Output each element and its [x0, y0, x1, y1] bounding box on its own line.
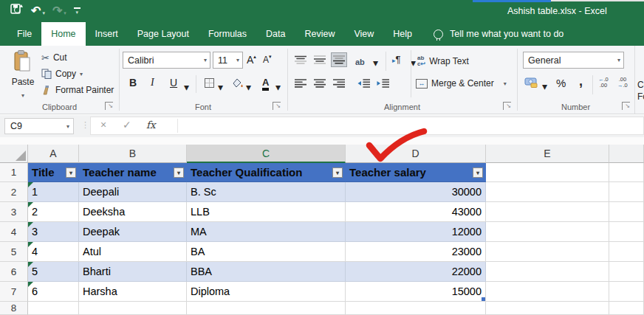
cell-A6[interactable]: 5: [28, 262, 79, 282]
copy-button[interactable]: Copy ▾: [41, 69, 83, 79]
row-header-3[interactable]: 3: [0, 202, 28, 222]
cell-A8[interactable]: [28, 302, 79, 315]
align-bottom-icon[interactable]: [331, 52, 347, 67]
cell-A1[interactable]: Title▾: [28, 163, 79, 182]
align-middle-icon[interactable]: [312, 52, 328, 67]
tab-file[interactable]: File: [7, 22, 41, 46]
cell-B4[interactable]: Deepak: [79, 222, 187, 242]
row-header-1[interactable]: 1: [0, 163, 28, 182]
format-as-table-button[interactable]: Format as Table: [637, 91, 644, 102]
cell-A5[interactable]: 4: [28, 242, 79, 262]
percent-style-button[interactable]: %: [556, 77, 566, 89]
redo-button[interactable]: ↷▾: [52, 4, 66, 18]
select-all-button[interactable]: [0, 145, 28, 163]
column-header-C[interactable]: C: [187, 145, 346, 163]
align-top-icon[interactable]: [292, 52, 309, 67]
cell-B1[interactable]: Teacher name▾: [79, 163, 187, 182]
merge-center-button[interactable]: ↔ Merge & Center ▾: [416, 78, 507, 89]
bold-button[interactable]: B: [129, 77, 137, 89]
cell-E4[interactable]: [486, 222, 609, 242]
cell-D7[interactable]: 15000: [346, 282, 486, 302]
cell-D2[interactable]: 30000: [346, 182, 486, 202]
name-box[interactable]: C9 ▾: [4, 118, 74, 134]
cell-E1[interactable]: [486, 163, 609, 182]
cell-D4[interactable]: 12000: [346, 222, 486, 242]
text-direction-icon[interactable]: ▸¶: [392, 54, 401, 65]
row-header-6[interactable]: 6: [0, 262, 28, 282]
accounting-format-icon[interactable]: [524, 77, 539, 91]
paste-button[interactable]: Paste ▾: [6, 50, 40, 105]
underline-caret-icon[interactable]: ▾: [184, 81, 189, 93]
align-right-icon[interactable]: [331, 76, 347, 91]
column-header-D[interactable]: D: [346, 145, 486, 163]
increase-indent-icon[interactable]: [374, 76, 391, 91]
tab-insert[interactable]: Insert: [86, 22, 128, 46]
borders-icon[interactable]: [205, 78, 214, 88]
filter-button-C1[interactable]: ▾: [332, 167, 343, 178]
cell-C5[interactable]: BA: [187, 242, 346, 262]
decrease-decimal-button[interactable]: .00→.0: [617, 77, 628, 88]
cell-C1[interactable]: Teacher Qualification▾: [187, 163, 346, 182]
format-painter-button[interactable]: Format Painter: [41, 85, 114, 95]
cell-C7[interactable]: Diploma: [187, 282, 346, 302]
fill-color-icon[interactable]: [232, 77, 244, 91]
cell-B2[interactable]: Deepali: [79, 182, 187, 202]
cell-C4[interactable]: MA: [187, 222, 346, 242]
cell-B3[interactable]: Deeksha: [79, 202, 187, 222]
cell-F3[interactable]: [609, 202, 644, 222]
clipboard-dialog-launcher-icon[interactable]: ↘: [105, 102, 113, 110]
tab-view[interactable]: View: [344, 22, 383, 46]
cell-A2[interactable]: 1: [28, 182, 79, 202]
tab-home[interactable]: Home: [41, 22, 85, 46]
decrease-indent-icon[interactable]: [355, 76, 371, 91]
save-icon[interactable]: [10, 4, 24, 19]
underline-button[interactable]: U: [170, 77, 177, 89]
formula-bar-grip[interactable]: ⋮: [81, 120, 89, 130]
column-header-E[interactable]: E: [486, 145, 609, 163]
table-resize-handle[interactable]: [482, 297, 485, 301]
tab-page-layout[interactable]: Page Layout: [128, 22, 199, 46]
cell-A4[interactable]: 3: [28, 222, 79, 242]
cell-A3[interactable]: 2: [28, 202, 79, 222]
accounting-caret-icon[interactable]: ▾: [542, 80, 547, 92]
cell-D8[interactable]: [346, 302, 486, 315]
tab-help[interactable]: Help: [383, 22, 422, 46]
cell-F1[interactable]: [609, 163, 644, 182]
tab-formulas[interactable]: Formulas: [199, 22, 256, 46]
alignment-dialog-launcher-icon[interactable]: ↘: [503, 102, 511, 110]
column-header-A[interactable]: A: [28, 145, 79, 163]
row-header-2[interactable]: 2: [0, 182, 28, 202]
cell-F5[interactable]: [609, 242, 644, 262]
cell-E3[interactable]: [486, 202, 609, 222]
italic-button[interactable]: I: [151, 77, 154, 89]
cancel-icon[interactable]: ×: [100, 119, 106, 131]
customize-qat-button[interactable]: ▾: [74, 7, 80, 15]
conditional-formatting-button[interactable]: Conditional Formatting: [637, 80, 644, 90]
comma-style-button[interactable]: ,: [579, 74, 583, 89]
cell-B7[interactable]: Harsha: [79, 282, 187, 302]
orientation-caret-icon[interactable]: ▾: [373, 57, 378, 69]
increase-font-size-icon[interactable]: A▴: [247, 54, 256, 66]
filter-button-D1[interactable]: ▾: [473, 167, 483, 178]
fill-color-caret-icon[interactable]: ▾: [246, 81, 251, 93]
row-header-4[interactable]: 4: [0, 222, 28, 242]
align-left-icon[interactable]: [292, 76, 309, 91]
tab-review[interactable]: Review: [295, 22, 344, 46]
cell-C8[interactable]: [187, 302, 346, 315]
column-header-B[interactable]: B: [79, 145, 187, 163]
align-center-icon[interactable]: [312, 76, 328, 91]
cell-E5[interactable]: [486, 242, 609, 262]
formula-input[interactable]: [182, 119, 641, 134]
number-dialog-launcher-icon[interactable]: ↘: [622, 102, 630, 110]
cell-D6[interactable]: 22000: [346, 262, 486, 282]
row-header-7[interactable]: 7: [0, 282, 28, 302]
cell-F7[interactable]: [609, 282, 644, 302]
enter-icon[interactable]: ✓: [123, 119, 131, 131]
number-format-select[interactable]: General▾: [523, 52, 624, 69]
orientation-icon[interactable]: ab: [355, 55, 365, 68]
cell-B5[interactable]: Atul: [79, 242, 187, 262]
column-header-partial[interactable]: [609, 145, 644, 163]
cell-E7[interactable]: [486, 282, 609, 302]
cell-B8[interactable]: [79, 302, 187, 315]
font-dialog-launcher-icon[interactable]: ↘: [273, 102, 281, 110]
